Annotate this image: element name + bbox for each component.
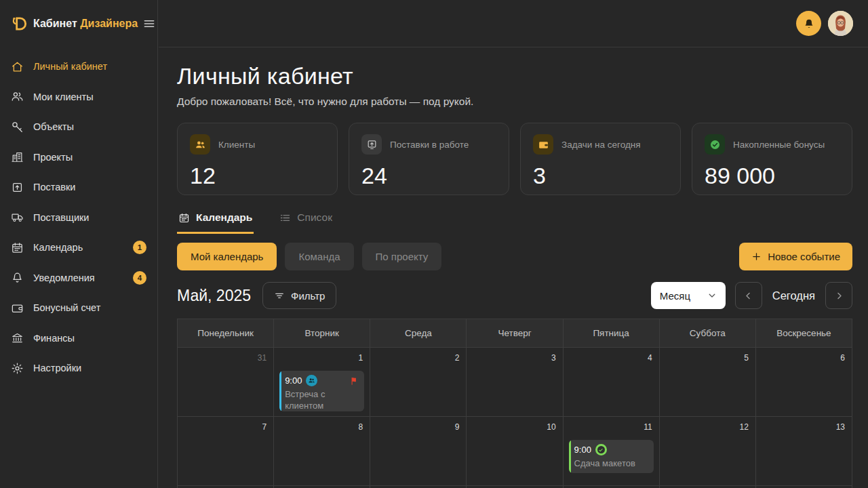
- weekday-header: Вторник: [274, 319, 370, 348]
- calendar-body: 31 1 9:00 Встреча с клиентом 2: [178, 348, 852, 488]
- day-number: 9: [455, 422, 460, 432]
- plus-icon: [751, 251, 762, 262]
- sidebar-item-1[interactable]: Мои клиенты: [0, 82, 157, 113]
- sidebar-item-8[interactable]: Бонусный счет: [0, 293, 157, 323]
- sidebar-item-3[interactable]: Проекты: [0, 142, 157, 173]
- stat-label: Поставки в работе: [390, 140, 469, 150]
- calendar-cell[interactable]: 6: [756, 348, 852, 417]
- calendar-controls: Май, 2025 Фильтр Месяц Сегодня: [177, 282, 852, 309]
- view-filter-1[interactable]: Команда: [285, 243, 353, 270]
- calendar-row: 31 1 9:00 Встреча с клиентом 2: [178, 348, 852, 417]
- next-period-button[interactable]: [825, 282, 852, 309]
- calendar-grid: Понедельник Вторник Среда Четверг Пятниц…: [177, 319, 852, 488]
- prev-period-button[interactable]: [735, 282, 762, 309]
- calendar-cell[interactable]: 2: [370, 348, 467, 417]
- tab-label: Список: [297, 211, 332, 224]
- calendar-cell[interactable]: 7: [178, 417, 274, 486]
- filter-button[interactable]: Фильтр: [262, 282, 336, 309]
- weekday-header: Среда: [370, 319, 467, 348]
- sidebar-item-9[interactable]: Финансы: [0, 323, 157, 354]
- calendar-cell[interactable]: 10: [467, 417, 563, 486]
- stat-head: Накопленные бонусы: [705, 134, 840, 155]
- event-type-icon-box: [306, 375, 317, 386]
- stat-icon-box: [705, 134, 725, 155]
- tab-1[interactable]: Список: [278, 209, 334, 234]
- sidebar-item-label: Бонусный счет: [33, 302, 100, 313]
- calendar-cell[interactable]: 4: [564, 348, 660, 417]
- building-icon: [11, 150, 24, 163]
- sidebar-item-10[interactable]: Настройки: [0, 353, 157, 384]
- sidebar-item-7[interactable]: Уведомления 4: [0, 263, 157, 293]
- chevron-right-icon: [834, 291, 844, 301]
- calendar-weekday-header: Понедельник Вторник Среда Четверг Пятниц…: [178, 319, 852, 348]
- notifications-button[interactable]: [796, 11, 821, 36]
- event-time: 9:00: [574, 445, 591, 455]
- calendar-cell[interactable]: 3: [467, 348, 563, 417]
- event-title: Встреча с клиентом: [285, 388, 359, 411]
- calendar-event[interactable]: 9:00 Встреча с клиентом: [279, 371, 364, 411]
- tab-0[interactable]: Календарь: [177, 209, 254, 234]
- sidebar-item-label: Уведомления: [33, 272, 95, 283]
- stat-cards: Клиенты 12 Поставки в работе 24 Задачи н…: [177, 123, 852, 195]
- avatar[interactable]: [828, 11, 853, 36]
- sidebar-item-6[interactable]: Календарь 1: [0, 232, 157, 263]
- day-number: 8: [359, 422, 363, 432]
- sidebar-nav: Личный кабинет Мои клиенты Объекты Проек…: [0, 47, 157, 384]
- stat-label: Накопленные бонусы: [733, 140, 825, 150]
- day-number: 1: [359, 353, 363, 363]
- sidebar-item-2[interactable]: Объекты: [0, 112, 157, 142]
- calendar-cell[interactable]: 31: [178, 348, 274, 417]
- chevron-left-icon: [743, 291, 753, 301]
- day-number: 12: [739, 422, 748, 432]
- stat-label: Задачи на сегодня: [561, 140, 641, 150]
- event-color-bar: [279, 371, 281, 411]
- stat-value: 12: [190, 163, 325, 189]
- new-event-button[interactable]: Новое событие: [739, 243, 852, 270]
- calendar-cell[interactable]: 1 9:00 Встреча с клиентом: [274, 348, 370, 417]
- weekday-header: Суббота: [660, 319, 756, 348]
- sidebar-item-0[interactable]: Личный кабинет: [0, 52, 157, 82]
- menu-toggle-icon[interactable]: [142, 17, 156, 30]
- sidebar-badge: 1: [133, 241, 146, 254]
- calendar-cell[interactable]: 5: [660, 348, 756, 417]
- view-filter-2[interactable]: По проекту: [362, 243, 442, 270]
- sidebar-badge: 4: [133, 271, 146, 285]
- day-number: 13: [836, 422, 845, 432]
- sidebar-item-4[interactable]: Поставки: [0, 172, 157, 203]
- calendar-cell[interactable]: 13: [756, 417, 852, 486]
- view-select[interactable]: Месяц: [651, 282, 726, 309]
- users-fill-icon: [308, 377, 315, 384]
- logo-icon: [11, 15, 28, 33]
- event-title: Сдача макетов: [574, 458, 648, 469]
- calendar-cell[interactable]: 9: [370, 417, 467, 486]
- sidebar-item-label: Проекты: [33, 152, 73, 163]
- stat-label: Клиенты: [218, 140, 255, 150]
- view-select-value: Месяц: [660, 290, 690, 302]
- calendar-cell[interactable]: 8: [274, 417, 370, 486]
- event-color-bar: [569, 440, 571, 473]
- page-title: Личный кабинет: [177, 63, 852, 89]
- calendar-cell[interactable]: 12: [660, 417, 756, 486]
- day-number: 11: [644, 422, 652, 432]
- day-number: 7: [262, 422, 267, 432]
- logo-row: Кабинет Дизайнера: [0, 0, 157, 47]
- calendar-row: 7 8 9 10 11 9:00: [178, 417, 852, 486]
- filter-label: Фильтр: [291, 290, 325, 302]
- stat-icon-box: [190, 134, 210, 155]
- sidebar-item-5[interactable]: Поставщики: [0, 203, 157, 233]
- weekday-header: Четверг: [467, 319, 563, 348]
- stat-card-0: Клиенты 12: [177, 123, 338, 195]
- event-head: 9:00: [574, 444, 648, 455]
- view-filter-0[interactable]: Мой календарь: [177, 243, 277, 270]
- users-fill-icon: [195, 139, 206, 150]
- users-icon: [11, 90, 24, 103]
- calendar-cell[interactable]: 11 9:00 Сдача макетов: [564, 417, 660, 486]
- calendar-filters-row: Мой календарь Команда По проекту Новое с…: [177, 243, 852, 270]
- today-label: Сегодня: [772, 289, 815, 302]
- filter-icon: [274, 290, 285, 301]
- day-number: 5: [744, 353, 749, 363]
- event-type-icon-box: [595, 444, 607, 455]
- day-number: 31: [258, 353, 267, 363]
- calendar-event[interactable]: 9:00 Сдача макетов: [569, 440, 654, 473]
- upload-box-icon: [366, 139, 378, 150]
